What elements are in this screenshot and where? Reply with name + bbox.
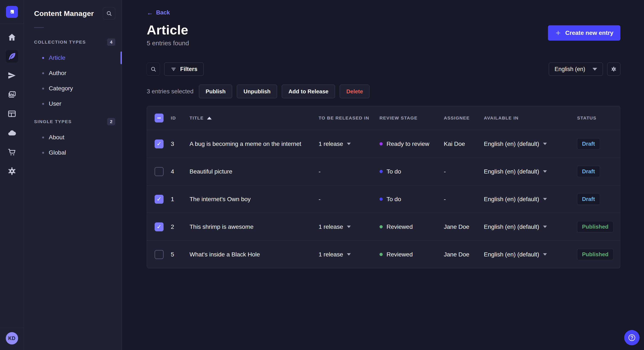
sidebar-item-article[interactable]: Article [34,50,115,65]
row-checkbox[interactable]: ✓ [154,140,164,149]
delete-button[interactable]: Delete [340,85,370,98]
back-arrow-icon: ← [147,9,153,16]
home-icon[interactable] [6,31,18,43]
cell-to-be-released-in[interactable]: - [318,168,380,175]
row-checkbox[interactable]: ✓ [154,167,164,176]
column-header-review-stage[interactable]: REVIEW STAGE [380,116,444,121]
create-new-entry-button[interactable]: Create new entry [548,25,620,41]
cell-to-be-released-in[interactable]: 1 release [318,141,380,147]
search-entries-button[interactable] [147,62,160,76]
publish-button[interactable]: Publish [199,85,232,98]
sidebar-item-category[interactable]: Category [34,81,115,96]
cell-title: A bug is becoming a meme on the internet [190,141,318,147]
rail-header [0,0,24,24]
sidebar-item-global[interactable]: Global [34,145,115,160]
filter-icon [170,66,177,72]
sidebar-item-label: About [49,134,64,141]
sidebar-item-label: User [49,100,61,107]
view-settings-button[interactable] [607,62,620,76]
user-avatar[interactable]: KD [6,332,18,345]
chevron-down-icon [592,68,597,71]
cell-id: 5 [171,251,190,258]
row-checkbox[interactable]: ✓ [154,222,164,231]
back-link[interactable]: ← Back [147,9,170,16]
sidebar-title: Content Manager [34,9,94,18]
table-row: ✓ 5 What's inside a Black Hole 1 release… [147,240,620,268]
table-body: ✓ 3 A bug is becoming a meme on the inte… [147,130,620,268]
row-checkbox[interactable]: ✓ [154,195,164,204]
stage-dot [380,170,383,173]
table-row: ✓ 2 This shrimp is awesome 1 release Rev… [147,213,620,240]
bullet-icon [42,88,44,90]
rail-nav-items [6,31,18,177]
cell-assignee: Kai Doe [444,141,484,147]
locale-value: English (en) [554,66,585,72]
column-header-to-be-released-in[interactable]: TO BE RELEASED IN [318,116,380,121]
bullet-icon [42,152,44,154]
main-nav-rail: KD [0,0,24,350]
cell-to-be-released-in[interactable]: 1 release [318,223,380,230]
cell-id: 3 [171,141,190,147]
selection-count: 3 entries selected [147,88,193,95]
select-all-checkbox[interactable]: ✓ [154,114,164,123]
settings-gear-icon[interactable] [6,165,18,177]
sidebar-search-button[interactable] [103,7,115,19]
column-header-assignee[interactable]: ASSIGNEE [444,116,484,121]
cell-available-in[interactable]: English (en) (default) [484,141,577,147]
column-header-status[interactable]: STATUS [577,116,620,121]
chevron-down-icon [347,226,351,228]
cell-title: This shrimp is awesome [190,223,318,230]
locale-select[interactable]: English (en) [549,62,603,76]
status-badge: Published [577,249,613,260]
strapi-logo[interactable] [6,6,18,18]
app-root: KD Content Manager COLLECTION TYPES 4 Ar… [0,0,644,350]
cell-available-in[interactable]: English (en) (default) [484,168,577,175]
content-type-builder-icon[interactable] [6,108,18,120]
sidebar-item-author[interactable]: Author [34,65,115,81]
filters-button[interactable]: Filters [164,62,204,76]
sidebar-item-label: Category [49,85,73,92]
back-label: Back [156,9,170,16]
sidebar-item-label: Article [49,54,66,61]
section-label: COLLECTION TYPES [34,39,86,45]
sidebar-item-about[interactable]: About [34,130,115,145]
table-row: ✓ 3 A bug is becoming a meme on the inte… [147,130,620,158]
cell-title: The internet's Own boy [190,196,318,203]
chevron-down-icon [347,253,351,256]
content-manager-icon[interactable] [6,50,18,62]
table-row: ✓ 4 Beautiful picture - To do - English … [147,158,620,185]
cell-available-in[interactable]: English (en) (default) [484,196,577,203]
unpublish-button[interactable]: Unpublish [237,85,277,98]
chevron-down-icon [543,143,547,145]
sidebar-item-user[interactable]: User [34,96,115,111]
row-checkbox[interactable]: ✓ [154,250,164,259]
help-button[interactable] [624,330,640,345]
section-count-badge: 2 [107,118,115,125]
bullet-icon [42,57,44,59]
bullet-icon [42,72,44,74]
cell-available-in[interactable]: English (en) (default) [484,223,577,230]
status-badge: Draft [577,193,600,205]
column-header-available-in[interactable]: AVAILABLE IN [484,116,577,121]
cell-assignee: Jane Doe [444,223,484,230]
bullet-icon [42,103,44,105]
sort-ascending-icon [207,117,212,120]
entries-count: 5 entries found [147,39,189,47]
cloud-icon[interactable] [6,127,18,139]
cell-id: 2 [171,223,190,230]
entries-table: ✓ ID TITLE TO BE RELEASED IN REVIEW STAG… [147,106,620,268]
content-manager-sidebar: Content Manager COLLECTION TYPES 4 Artic… [24,0,122,350]
cell-available-in[interactable]: English (en) (default) [484,251,577,258]
status-badge: Draft [577,138,600,150]
cell-title: Beautiful picture [190,168,318,175]
column-header-id[interactable]: ID [171,116,190,121]
media-library-icon[interactable] [6,88,18,101]
add-to-release-button[interactable]: Add to Release [282,85,335,98]
cell-review-stage: To do [380,196,444,203]
marketplace-cart-icon[interactable] [6,146,18,158]
cell-to-be-released-in[interactable]: - [318,196,380,203]
sidebar-divider [34,27,44,28]
column-header-title[interactable]: TITLE [190,116,318,121]
transfer-icon[interactable] [6,69,18,82]
cell-to-be-released-in[interactable]: 1 release [318,251,380,258]
